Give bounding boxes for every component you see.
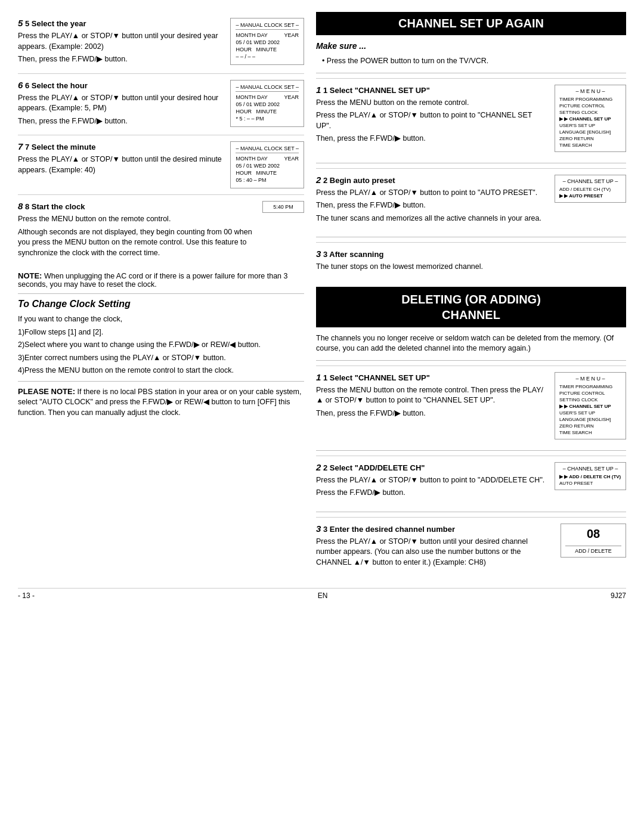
make-sure-block: Make sure ... Press the POWER button to …: [316, 41, 626, 67]
del-step1-block: 1 1 Select "CHANNEL SET UP" Press the ME…: [316, 366, 626, 445]
step7-display-title: – MANUAL CLOCK SET –: [236, 145, 299, 153]
r-step3-title: 3 3 After scanning: [316, 249, 626, 259]
r-step3-body: The tuner stops on the lowest memorized …: [316, 262, 626, 272]
step7-date-val: 05 / 01 WED 2002: [236, 163, 280, 169]
r-step1-block: 1 1 Select "CHANNEL SET UP" Press the ME…: [316, 78, 626, 158]
step5-month-day-label: MONTH DAY: [236, 32, 267, 38]
to-change-item1: 1)Follow steps [1] and [2].: [18, 327, 304, 338]
r-step1-menu: – M E N U – TIMER PROGRAMMING PICTURE CO…: [555, 85, 626, 152]
r-step1-title: 1 1 Select "CHANNEL SET UP": [316, 85, 549, 95]
del-step1-body2: Then, press the F.FWD/▶ button.: [316, 408, 549, 419]
divider-r1: [316, 73, 626, 73]
del-step2-block: 2 2 Select "ADD/DELETE CH" Press the PLA…: [316, 456, 626, 507]
footer-page-num: - 13 -: [18, 592, 35, 600]
r-step1-body2: Press the PLAY/▲ or STOP/▼ button to poi…: [316, 110, 549, 131]
divider-r2: [316, 163, 626, 163]
to-change-item0: If you want to change the clock,: [18, 314, 304, 325]
del-step2-body1: Press the PLAY/▲ or STOP/▼ button to poi…: [316, 475, 549, 486]
del-step2-content: 2 2 Select "ADD/DELETE CH" Press the PLA…: [316, 462, 549, 501]
step7-content: 7 7 Select the minute Press the PLAY/▲ o…: [18, 141, 224, 178]
menu-item-setting: SETTING CLOCK: [559, 109, 621, 116]
step6-time-val: * 5 : – – PM: [236, 116, 264, 122]
step7-hour-min: HOUR MINUTE: [236, 170, 277, 176]
divider2: [18, 381, 304, 382]
del-step3-body1: Press the PLAY/▲ or STOP/▼ button until …: [316, 537, 555, 568]
divider-r4: [316, 360, 626, 361]
step7-month-day: MONTH DAY: [236, 156, 267, 162]
step8-body1: Press the MENU button on the remote cont…: [18, 214, 256, 225]
del-step1-title: 1 1 Select "CHANNEL SET UP": [316, 372, 549, 382]
to-change-item3: 3)Enter correct numbers using the PLAY/▲…: [18, 353, 304, 364]
make-sure-bullet: Press the POWER button to turn on the TV…: [322, 55, 626, 67]
step6-block: 6 6 Select the hour Press the PLAY/▲ or …: [18, 73, 304, 135]
r-step3-block: 3 3 After scanning The tuner stops on th…: [316, 242, 626, 281]
del-step3-label: ADD / DELETE: [565, 546, 621, 554]
menu-item-users: USER'S SET UP: [559, 122, 621, 129]
menu-item-add-delete: ADD / DELETE CH (TV): [559, 186, 621, 193]
step7-body1: Press the PLAY/▲ or STOP/▼ button until …: [18, 154, 224, 175]
r-step1-content: 1 1 Select "CHANNEL SET UP" Press the ME…: [316, 85, 549, 147]
deleting-header: DELETING (OR ADDING) CHANNEL: [316, 287, 626, 327]
step5-time-val: – – / – –: [236, 54, 255, 60]
menu-item-time-search: TIME SEARCH: [559, 142, 621, 148]
del-step3-content: 3 3 Enter the desired channel number Pre…: [316, 524, 555, 571]
divider-r5: [316, 450, 626, 451]
deleting-title-line1: DELETING (OR ADDING): [401, 293, 541, 306]
menu-item-channel-setup: ▶ CHANNEL SET UP: [559, 116, 621, 122]
divider1: [18, 293, 304, 294]
r-step2-content: 2 2 Begin auto preset Press the PLAY/▲ o…: [316, 175, 549, 227]
menu-item-language: LANGUAGE [ENGLISH]: [559, 129, 621, 135]
step5-date-val: 05 / 01 WED 2002: [236, 39, 280, 45]
del-step3-val: 08: [565, 527, 621, 541]
step7-title: 7 7 Select the minute: [18, 141, 224, 151]
note-label: NOTE:: [18, 271, 42, 280]
deleting-title-line2: CHANNEL: [442, 308, 500, 321]
step5-title: 5 5 Select the year: [18, 18, 224, 28]
del-step3-block: 3 3 Enter the desired channel number Pre…: [316, 517, 626, 577]
step8-content: 8 8 Start the clock Press the MENU butto…: [18, 201, 256, 261]
step8-clock-val: 5:40 PM: [273, 204, 293, 210]
divider-r6: [316, 512, 626, 512]
menu-item-picture: PICTURE CONTROL: [559, 103, 621, 109]
del-step3-title: 3 3 Enter the desired channel number: [316, 524, 555, 534]
please-note-label: PLEASE NOTE:: [18, 387, 75, 396]
del-step3-display: 08 ADD / DELETE: [561, 524, 626, 558]
del-step1-content: 1 1 Select "CHANNEL SET UP" Press the ME…: [316, 372, 549, 422]
step7-block: 7 7 Select the minute Press the PLAY/▲ o…: [18, 135, 304, 194]
step6-display: – MANUAL CLOCK SET – MONTH DAY YEAR 05 /…: [230, 80, 304, 127]
step5-hour-min-label: HOUR MINUTE: [236, 47, 277, 52]
r-step1-body1: Press the MENU button on the remote cont…: [316, 98, 549, 109]
to-change-item2: 2)Select where you want to change using …: [18, 340, 304, 351]
r-step1-body3: Then, press the F.FWD/▶ button.: [316, 134, 549, 144]
r-step2-menu-title: – CHANNEL SET UP –: [559, 178, 621, 184]
r-step2-body2: Then, press the F.FWD/▶ button.: [316, 200, 549, 211]
step8-body2: Although seconds are not displayed, they…: [18, 227, 256, 259]
channel-setup-header: CHANNEL SET UP AGAIN: [316, 12, 626, 35]
del-step1-menu-title: – M E N U –: [559, 376, 621, 382]
step8-clock-display: 5:40 PM: [262, 201, 304, 213]
step8-block: 8 8 Start the clock Press the MENU butto…: [18, 194, 304, 267]
to-change-item4: 4)Press the MENU button on the remote co…: [18, 366, 304, 376]
page-footer: - 13 - EN 9J27: [18, 588, 626, 600]
del-step2-body2: Press the F.FWD/▶ button.: [316, 488, 549, 498]
r-step2-body3: The tuner scans and memorizes all the ac…: [316, 213, 549, 224]
note-block: NOTE: When unplugging the AC cord or if …: [18, 271, 304, 289]
step6-display-title: – MANUAL CLOCK SET –: [236, 84, 299, 92]
step6-hour-min: HOUR MINUTE: [236, 109, 277, 114]
step6-body1: Press the PLAY/▲ or STOP/▼ button until …: [18, 93, 224, 114]
step6-body2: Then, press the F.FWD/▶ button.: [18, 116, 224, 127]
note-text: When unplugging the AC cord or if there …: [18, 272, 288, 289]
step5-year-label: YEAR: [284, 32, 299, 38]
step7-display: – MANUAL CLOCK SET – MONTH DAY YEAR 05 /…: [230, 141, 304, 188]
step5-display-title: – MANUAL CLOCK SET –: [236, 22, 299, 30]
step5-content: 5 5 Select the year Press the PLAY/▲ or …: [18, 18, 224, 67]
deleting-intro: The channels you no longer receive or se…: [316, 333, 626, 354]
please-note-block: PLEASE NOTE: If there is no local PBS st…: [18, 386, 304, 419]
footer-lang: EN: [318, 592, 328, 600]
to-change-title: To Change Clock Setting: [18, 299, 304, 309]
r-step1-menu-title: – M E N U –: [559, 88, 621, 94]
to-change-section: To Change Clock Setting If you want to c…: [18, 299, 304, 376]
step6-month-day: MONTH DAY: [236, 94, 267, 100]
del-step2-menu: – CHANNEL SET UP – ▶ ADD / DELETE CH (TV…: [555, 462, 626, 490]
r-step2-body1: Press the PLAY/▲ or STOP/▼ button to poi…: [316, 188, 549, 199]
